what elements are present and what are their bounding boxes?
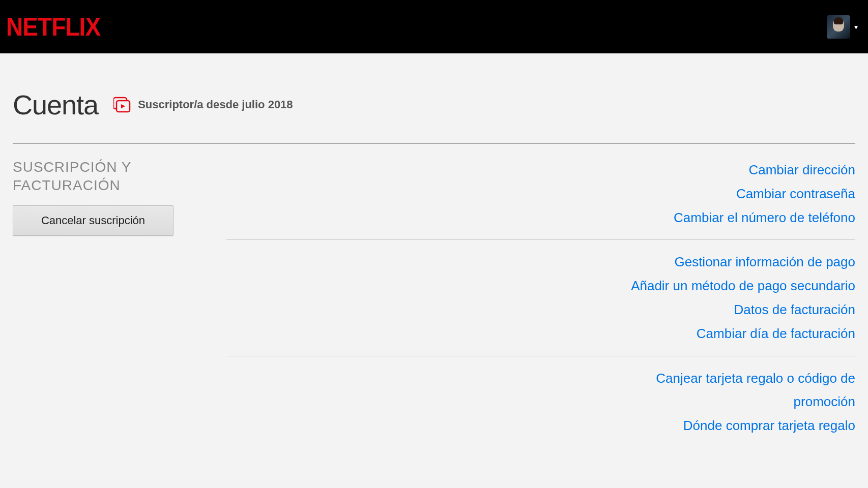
section-right: Cambiar dirección Cambiar contraseña Cam… — [226, 158, 855, 438]
main-content: Cuenta Suscriptor/a desde julio 2018 SUS… — [0, 53, 868, 438]
member-since-text: Suscriptor/a desde julio 2018 — [138, 98, 293, 111]
avatar — [827, 15, 850, 39]
page-title: Cuenta — [13, 89, 98, 120]
change-billing-day-link[interactable]: Cambiar día de facturación — [697, 322, 855, 346]
change-phone-link[interactable]: Cambiar el número de teléfono — [674, 206, 855, 230]
subscription-billing-section: SUSCRIPCIÓN Y FACTURACIÓN Cancelar suscr… — [13, 144, 855, 438]
link-group-payment: Gestionar información de pago Añadir un … — [226, 250, 855, 356]
change-password-link[interactable]: Cambiar contraseña — [736, 182, 855, 206]
profile-menu[interactable]: ▾ — [827, 15, 858, 39]
cancel-subscription-button[interactable]: Cancelar suscripción — [13, 205, 173, 236]
page-header: Cuenta Suscriptor/a desde julio 2018 — [13, 89, 855, 144]
link-group-gift: Canjear tarjeta regalo o código de promo… — [226, 367, 855, 438]
change-address-link[interactable]: Cambiar dirección — [748, 158, 855, 182]
app-header: NETFLIX ▾ — [0, 0, 868, 53]
caret-down-icon: ▾ — [854, 23, 858, 31]
section-title: SUSCRIPCIÓN Y FACTURACIÓN — [13, 158, 226, 195]
netflix-logo[interactable]: NETFLIX — [6, 12, 100, 42]
member-since-icon — [113, 96, 131, 113]
manage-payment-link[interactable]: Gestionar información de pago — [674, 250, 855, 274]
link-group-account: Cambiar dirección Cambiar contraseña Cam… — [226, 158, 855, 240]
add-secondary-payment-link[interactable]: Añadir un método de pago secundario — [631, 274, 855, 298]
redeem-gift-link[interactable]: Canjear tarjeta regalo o código de promo… — [591, 367, 855, 414]
where-buy-gift-link[interactable]: Dónde comprar tarjeta regalo — [683, 414, 855, 438]
section-left: SUSCRIPCIÓN Y FACTURACIÓN Cancelar suscr… — [13, 158, 226, 438]
billing-details-link[interactable]: Datos de facturación — [734, 298, 855, 322]
member-since-badge: Suscriptor/a desde julio 2018 — [113, 96, 293, 113]
